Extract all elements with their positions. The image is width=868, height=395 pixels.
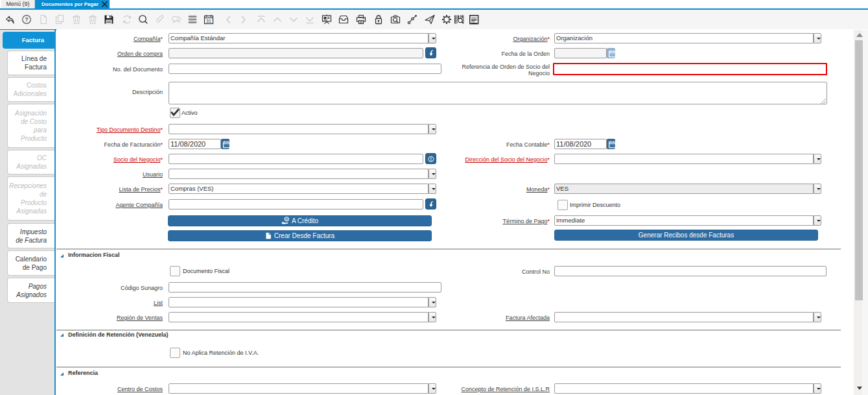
- svg-text:?: ?: [25, 16, 29, 23]
- svg-text:31: 31: [206, 19, 211, 23]
